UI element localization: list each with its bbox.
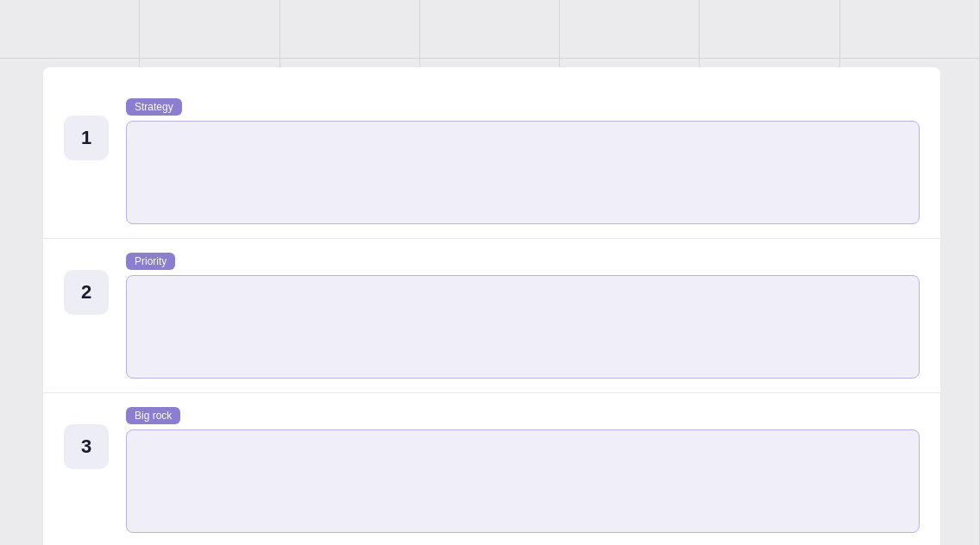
top-cell-1: [140, 0, 280, 59]
top-cell-6: [840, 0, 980, 59]
field-label-2: Big rock: [126, 407, 180, 424]
field-wrapper-2: Big rock: [126, 407, 920, 533]
field-wrapper-1: Priority: [126, 253, 920, 379]
top-cell-5: [700, 0, 839, 59]
top-cell-4: [560, 0, 700, 59]
field-box-0[interactable]: [126, 121, 920, 224]
top-cell-3: [420, 0, 560, 59]
field-box-2[interactable]: [126, 429, 920, 533]
item-row-0: 1Strategy: [43, 85, 940, 239]
number-badge-1: 2: [64, 270, 109, 315]
number-badge-0: 1: [64, 116, 109, 160]
rows-container: 1Strategy2Priority3Big rock: [43, 85, 940, 545]
field-box-1[interactable]: [126, 275, 920, 379]
field-wrapper-0: Strategy: [126, 98, 920, 224]
main-card: 1Strategy2Priority3Big rock: [43, 67, 940, 545]
top-strip: [0, 0, 980, 59]
field-label-1: Priority: [126, 253, 175, 270]
number-badge-2: 3: [64, 424, 109, 469]
top-cell-2: [280, 0, 420, 59]
item-row-1: 2Priority: [43, 239, 940, 393]
field-label-0: Strategy: [126, 98, 182, 116]
top-cell-0: [0, 0, 140, 59]
item-row-2: 3Big rock: [43, 393, 940, 545]
